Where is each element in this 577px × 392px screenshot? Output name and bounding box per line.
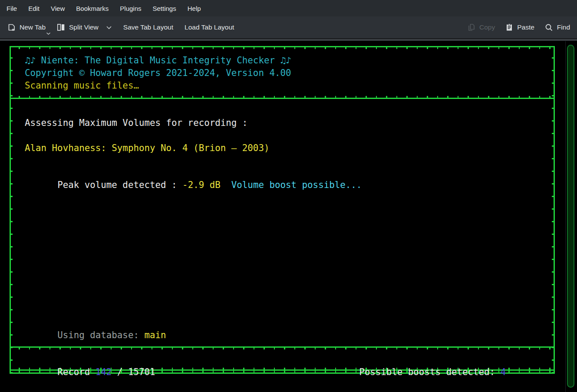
konsole-window: File Edit View Bookmarks Plugins Setting… [0,0,577,392]
toolbar-right-group: Copy Paste [468,23,577,32]
peak-volume-line: Peak volume detected : -2.9 dB Volume bo… [25,166,362,204]
find-icon [545,23,553,32]
split-view-button[interactable]: Split View [57,23,112,31]
database-value: main [144,330,166,340]
toolbar-terminal-divider [0,39,577,41]
paste-icon [505,23,513,31]
frame-left-border [10,46,11,374]
load-tab-layout-button[interactable]: Load Tab Layout [185,23,234,31]
save-tab-layout-button[interactable]: Save Tab Layout [123,23,173,31]
copy-label: Copy [479,23,495,31]
record-current: 142 [96,367,112,377]
new-tab-icon [8,23,16,31]
record-total: 15701 [128,367,155,377]
boosts-counter: Possible boosts detected: 4 [326,353,506,391]
assessing-line: Assessing Maximum Volumes for recording … [25,117,247,129]
paste-button[interactable]: Paste [505,23,534,31]
save-tab-layout-label: Save Tab Layout [123,23,173,31]
menu-view[interactable]: View [45,0,70,16]
toolbar: New Tab Split View Save Tab Layo [0,16,577,39]
new-tab-label: New Tab [20,23,46,31]
boost-possible-note: Volume boost possible... [221,180,362,190]
new-tab-button[interactable]: New Tab [8,23,46,31]
peak-volume-label: Peak volume detected : [57,180,182,190]
recording-title: Alan Hovhaness: Symphony No. 4 (Brion – … [25,142,269,155]
boosts-label: Possible boosts detected: [359,367,501,377]
toolbar-left-group: New Tab Split View Save Tab Layo [0,23,234,31]
copyright-line: Copyright © Howard Rogers 2021-2024, Ver… [25,67,291,79]
split-view-label: Split View [69,23,99,31]
frame-right-border [554,46,555,374]
menu-edit[interactable]: Edit [23,0,45,16]
menu-bar: File Edit View Bookmarks Plugins Setting… [0,0,577,16]
app-title: ♫♪ Niente: The Digital Music Integrity C… [25,54,291,67]
scrollbar-thumb[interactable] [567,45,574,388]
split-view-chevron-icon [106,26,112,30]
boosts-value: 4 [501,367,506,377]
load-tab-layout-label: Load Tab Layout [185,23,234,31]
terminal-screen[interactable]: ♫♪ Niente: The Digital Music Integrity C… [0,41,577,392]
scrollbar-track-divider [565,41,566,392]
split-view-icon [57,23,65,31]
menu-file[interactable]: File [1,0,23,16]
copy-button[interactable]: Copy [468,23,495,31]
frame-header-separator [10,98,555,99]
find-label: Find [557,23,570,31]
paste-label: Paste [517,23,534,31]
record-label: Record [57,367,96,377]
copy-icon [468,23,475,31]
record-separator: / [112,367,128,377]
database-label: Using database: [57,330,144,340]
menu-help[interactable]: Help [182,0,207,16]
record-counter: Record 142 / 15701 [25,353,155,391]
menu-settings[interactable]: Settings [147,0,182,16]
menu-bookmarks[interactable]: Bookmarks [70,0,114,16]
scanning-status: Scanning music files… [25,79,139,92]
menu-plugins[interactable]: Plugins [114,0,147,16]
database-line: Using database: main [25,316,166,354]
new-tab-dropdown-chevron-icon [46,32,51,35]
frame-top-border [10,46,555,47]
peak-volume-value: -2.9 dB [182,180,221,190]
find-button[interactable]: Find [545,23,570,32]
